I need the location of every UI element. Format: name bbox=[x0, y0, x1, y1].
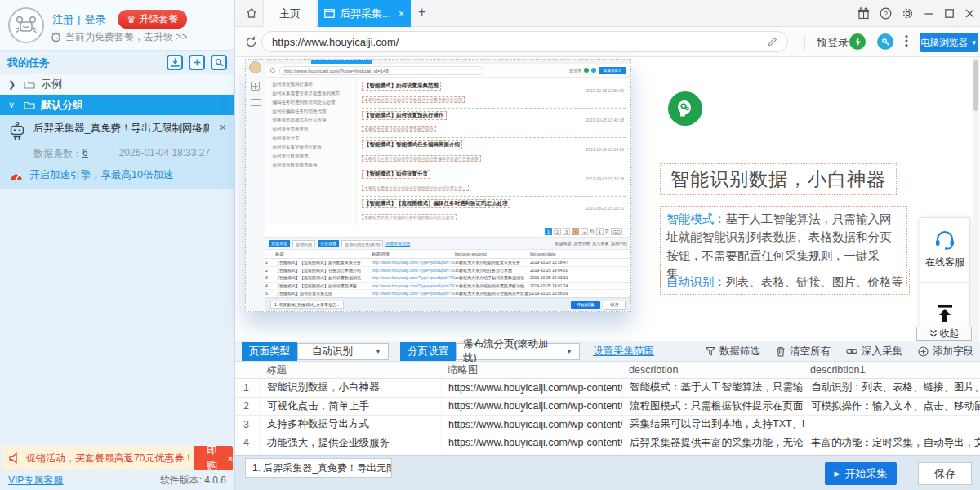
cell-thumb[interactable]: https://www.houyicaiji.com/wp-content/th… bbox=[441, 379, 622, 397]
article-title[interactable]: 【智能模式】【流程图模式】编辑任务时遇到验证码怎么处理 bbox=[362, 199, 510, 208]
close-window-icon[interactable] bbox=[964, 8, 975, 19]
menu-item[interactable]: 如何对采集字段进行配置 bbox=[270, 145, 352, 151]
article-title[interactable]: 【智能模式】如何设置采集范围 bbox=[362, 82, 441, 91]
start-collect-button[interactable]: ▶ 开始采集 bbox=[825, 462, 897, 485]
article-title[interactable]: 【智能模式】智能模式任务编辑界面介绍 bbox=[362, 140, 462, 149]
task-tab[interactable]: 1. 后羿采集器_真免费！导出无限... bbox=[245, 458, 392, 478]
scrollbar-thumb[interactable] bbox=[973, 60, 978, 111]
save-button[interactable]: 保存 bbox=[918, 462, 972, 485]
cell-thumb[interactable]: https://www.houyicaiji.com/wp-content/th… bbox=[441, 398, 622, 416]
cell-description1[interactable]: 可模拟操作：输入文本、点击、移动鼠标、下... bbox=[804, 398, 980, 416]
online-service-button[interactable]: 在线客服 bbox=[920, 218, 969, 282]
cell-title[interactable]: 可视化点击，简单上手 bbox=[260, 398, 441, 416]
data-count-value[interactable]: 6 bbox=[82, 147, 88, 161]
refresh-icon[interactable] bbox=[244, 35, 258, 49]
help-icon[interactable]: ? bbox=[880, 7, 892, 20]
register-link[interactable]: 注册 bbox=[52, 12, 74, 27]
page-next-button[interactable]: > bbox=[572, 228, 579, 235]
tab-active[interactable]: 后羿采集... × bbox=[318, 0, 411, 27]
new-tab-button[interactable]: + bbox=[418, 5, 425, 20]
page-type-select[interactable]: 自动识别 bbox=[292, 240, 315, 247]
table-row[interactable]: 5【智能模式】如何设置采集范围http://www.houyicaiji.com… bbox=[265, 290, 630, 297]
table-row[interactable]: 3【智能模式】【流程图模式】如何设置数据浏览http://www.houyica… bbox=[265, 274, 630, 283]
tab-home[interactable]: 主页 bbox=[263, 0, 317, 27]
prelogin-button[interactable]: 预登录 bbox=[804, 35, 849, 50]
more-menu-icon[interactable] bbox=[905, 34, 908, 47]
page-button[interactable]: 2 bbox=[554, 228, 561, 235]
menu-item[interactable]: 如何在编辑任务时切换代理 bbox=[270, 109, 352, 115]
menu-item[interactable]: 如何采集需要登录才能查看的网页 bbox=[270, 91, 352, 97]
table-row[interactable]: 3 支持多种数据导出方式 https://www.houyicaiji.com/… bbox=[235, 416, 980, 434]
edit-url-icon[interactable] bbox=[767, 37, 777, 47]
menu-item[interactable]: 如何设置预执行操作 bbox=[270, 82, 352, 88]
range-link[interactable]: 设置采集范围 bbox=[385, 241, 410, 246]
tab-close-icon[interactable]: × bbox=[399, 8, 404, 20]
page-last-button[interactable]: » bbox=[581, 228, 588, 235]
preview-task-tab[interactable]: 1. 采集新闻_智能模式_金莱季报告... bbox=[270, 301, 344, 309]
cell-description1[interactable]: 丰富的功能：定时采集，自动导出，文件下载... bbox=[804, 434, 980, 452]
page-type-select[interactable]: 自动识别 ▼ bbox=[297, 343, 389, 360]
preview-start-button[interactable]: 开始采集 bbox=[571, 301, 600, 309]
upgrade-badge[interactable]: ♛升级套餐 bbox=[118, 10, 187, 29]
group-row-example[interactable]: ❯ 示例 bbox=[0, 74, 234, 95]
vertical-scrollbar[interactable] bbox=[973, 57, 979, 341]
menu-item[interactable]: 如何进行数据筛选 bbox=[270, 154, 352, 160]
url-text[interactable]: https://www.houyicaiji.com/ bbox=[272, 36, 399, 48]
set-range-link[interactable]: 设置采集范围 bbox=[593, 345, 654, 359]
chevron-down-icon[interactable]: ∨ bbox=[8, 100, 18, 110]
cell-thumb[interactable]: https://www.houyicaiji.com/wp-content/th… bbox=[441, 434, 622, 452]
collapse-button[interactable]: 收起 bbox=[916, 327, 972, 341]
accelerate-icon[interactable] bbox=[849, 33, 866, 50]
article-title[interactable]: 【智能模式】如何设置预执行操作 bbox=[362, 111, 447, 120]
cell-title[interactable]: 功能强大，提供企业级服务 bbox=[260, 434, 441, 452]
cell-description1[interactable]: 自动识别：列表、表格、链接、图片、价格等 bbox=[804, 379, 980, 397]
promo-close-icon[interactable]: × bbox=[227, 452, 233, 465]
menu-item[interactable]: 如何设置页面类型 bbox=[270, 127, 352, 133]
goto-page-input[interactable]: 4 bbox=[596, 228, 604, 235]
column-header-thumb[interactable]: 缩略图 bbox=[441, 362, 622, 378]
chevron-right-icon[interactable]: ❯ bbox=[8, 79, 18, 90]
cell-description[interactable]: 后羿采集器提供丰富的采集功能，无论是采集... bbox=[622, 434, 804, 452]
clear-all-button[interactable]: 清空所有 bbox=[776, 345, 831, 359]
table-row[interactable]: 1【智能模式】【流程图模式】如何配置采集任务http://www.houyica… bbox=[265, 259, 630, 267]
home-icon[interactable] bbox=[245, 7, 258, 20]
import-task-button[interactable] bbox=[167, 55, 183, 70]
menu-item[interactable]: 如何设置分页 bbox=[270, 136, 352, 142]
table-row[interactable]: 2 可视化点击，简单上手 https://www.houyicaiji.com/… bbox=[235, 398, 980, 416]
article-title[interactable]: 【智能模式】如何设置分页 bbox=[362, 170, 430, 179]
column-header-title[interactable]: 标题 bbox=[260, 362, 441, 378]
task-card[interactable]: 后羿采集器_真免费！导出无限制网络爬虫... × 数据条数： 6 2026-01… bbox=[0, 115, 234, 189]
column-header-description1[interactable]: describtion1 bbox=[804, 362, 980, 378]
table-row[interactable]: 4 功能强大，提供企业级服务 https://www.houyicaiji.co… bbox=[235, 434, 980, 453]
table-row[interactable]: 2【智能模式】【流程图模式】任务运行界面介绍http://www.houyica… bbox=[265, 267, 630, 275]
page-button[interactable]: 1 bbox=[545, 228, 552, 235]
article-item[interactable]: 【智能模式】如何设置预执行操作 本教程为大家介绍如何设置预执行操作 2019-1… bbox=[362, 109, 626, 138]
browser-mode-button[interactable]: 电脑浏览器 ▼ bbox=[920, 33, 978, 52]
deep-collect-button[interactable]: 深入采集 bbox=[846, 345, 902, 359]
boost-row[interactable]: 开启加速引擎，享最高10倍加速 bbox=[10, 168, 226, 182]
cell-title[interactable]: 智能识别数据，小白神器 bbox=[260, 379, 441, 397]
plan-notice[interactable]: 当前为免费套餐，去升级 >> bbox=[51, 30, 187, 44]
promo-buy-button[interactable]: 立即购买 × bbox=[194, 446, 233, 470]
menu-item[interactable]: 编辑任务时遇到验证码怎么处理 bbox=[270, 100, 352, 106]
gift-icon[interactable] bbox=[858, 7, 870, 20]
cell-title[interactable]: 支持多种数据导出方式 bbox=[260, 416, 441, 434]
go-button[interactable]: GO bbox=[611, 228, 622, 235]
group-row-default[interactable]: ∨ 默认分组 bbox=[0, 95, 234, 115]
cell-description[interactable]: 智能模式：基于人工智能算法，只需输入网址... bbox=[622, 379, 804, 397]
vip-support-link[interactable]: VIP专属客服 bbox=[8, 474, 63, 488]
cell-description1[interactable] bbox=[804, 416, 980, 434]
preview-actions[interactable]: 数据筛选 清空所有 深入采集 添加字段 bbox=[555, 241, 627, 246]
login-link[interactable]: 登录 bbox=[84, 12, 105, 27]
cell-thumb[interactable]: https://www.houyicaiji.com/wp-content/th… bbox=[441, 416, 622, 434]
data-filter-button[interactable]: 数据筛选 bbox=[706, 345, 760, 359]
preview-save-button[interactable]: 保存 bbox=[604, 301, 626, 310]
paging-select[interactable]: 瀑布流分页(滚动加载) ▼ bbox=[456, 343, 580, 360]
maximize-icon[interactable] bbox=[944, 8, 955, 19]
search-task-button[interactable] bbox=[211, 55, 227, 70]
paging-select[interactable]: 自动识别分页(成功) bbox=[341, 240, 383, 247]
new-task-button[interactable] bbox=[189, 55, 205, 70]
menu-item[interactable]: 如何设置数据筛选条件 bbox=[270, 163, 352, 169]
article-item[interactable]: 【智能模式】【流程图模式】编辑任务时遇到验证码怎么处理 本教程为大家介绍编辑任务… bbox=[362, 197, 626, 225]
article-item[interactable]: 【智能模式】如何设置分页 本教程主要给大家介绍如何在智能模式中如何设置分页。 2… bbox=[362, 167, 626, 197]
